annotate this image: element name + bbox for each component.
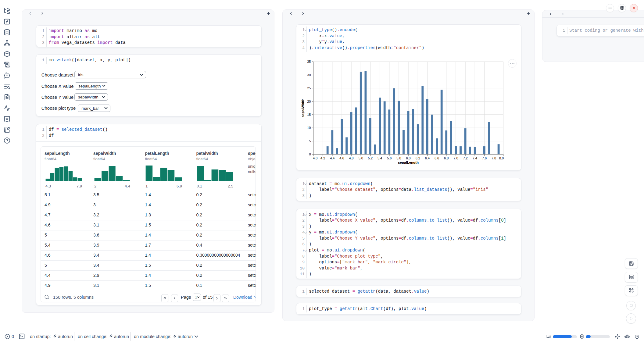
svg-text:15: 15: [307, 113, 311, 116]
svg-text:sepalWidth: sepalWidth: [301, 98, 305, 117]
svg-text:30: 30: [307, 73, 311, 77]
svg-text:20: 20: [307, 99, 311, 103]
svg-text:4.0: 4.0: [313, 156, 317, 160]
svg-text:5.0: 5.0: [359, 156, 363, 160]
svg-text:4.6: 4.6: [339, 156, 344, 160]
svg-text:7.0: 7.0: [453, 156, 458, 160]
svg-text:5.2: 5.2: [368, 156, 373, 160]
svg-text:6.0: 6.0: [406, 156, 410, 160]
svg-text:5.6: 5.6: [387, 156, 392, 160]
svg-text:10: 10: [307, 126, 311, 130]
svg-text:7.4: 7.4: [473, 156, 477, 160]
svg-text:4.2: 4.2: [320, 156, 325, 160]
svg-text:5.8: 5.8: [396, 156, 401, 160]
svg-text:5: 5: [309, 139, 311, 143]
svg-text:7.6: 7.6: [482, 156, 487, 160]
svg-text:35: 35: [307, 60, 311, 63]
svg-text:4.8: 4.8: [349, 156, 353, 160]
svg-text:6.2: 6.2: [416, 156, 420, 160]
svg-text:7.8: 7.8: [492, 156, 496, 160]
svg-text:0: 0: [309, 152, 311, 156]
svg-text:8.0: 8.0: [499, 156, 504, 160]
svg-text:25: 25: [307, 86, 311, 90]
svg-text:7.2: 7.2: [463, 156, 467, 160]
svg-text:6.8: 6.8: [444, 156, 449, 160]
svg-text:5.4: 5.4: [377, 156, 382, 160]
svg-text:sepalLength: sepalLength: [398, 160, 419, 164]
svg-text:6.4: 6.4: [425, 156, 430, 160]
svg-text:6.6: 6.6: [435, 156, 439, 160]
svg-text:4.4: 4.4: [330, 156, 335, 160]
